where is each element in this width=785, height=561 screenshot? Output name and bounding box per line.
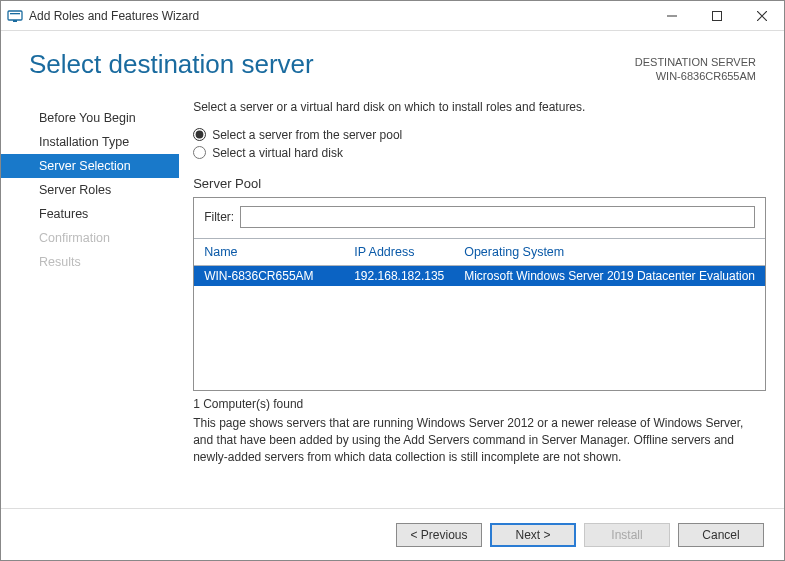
main-panel: Select a server or a virtual hard disk o…	[179, 100, 766, 508]
radio-vhd-label: Select a virtual hard disk	[212, 146, 343, 160]
cell-os: Microsoft Windows Server 2019 Datacenter…	[454, 266, 765, 286]
nav-features[interactable]: Features	[1, 202, 179, 226]
wizard-window: Add Roles and Features Wizard Select des…	[0, 0, 785, 561]
filter-input[interactable]	[240, 206, 755, 228]
page-title: Select destination server	[29, 49, 635, 80]
window-title: Add Roles and Features Wizard	[29, 9, 199, 23]
grid-body[interactable]: WIN-6836CR655AM 192.168.182.135 Microsof…	[194, 266, 765, 390]
target-radio-group: Select a server from the server pool Sel…	[193, 126, 766, 162]
col-header-name[interactable]: Name	[194, 239, 344, 265]
intro-text: Select a server or a virtual hard disk o…	[193, 100, 766, 114]
close-button[interactable]	[739, 1, 784, 30]
wizard-nav: Before You Begin Installation Type Serve…	[1, 100, 179, 508]
svg-rect-0	[8, 11, 22, 20]
filter-row: Filter:	[194, 198, 765, 238]
cell-name: WIN-6836CR655AM	[194, 266, 344, 286]
radio-server-pool-input[interactable]	[193, 128, 206, 141]
footer: < Previous Next > Install Cancel	[1, 508, 784, 560]
destination-label: DESTINATION SERVER	[635, 55, 756, 69]
radio-server-pool[interactable]: Select a server from the server pool	[193, 126, 766, 144]
svg-rect-1	[10, 13, 20, 14]
nav-before-you-begin[interactable]: Before You Begin	[1, 106, 179, 130]
nav-server-roles[interactable]: Server Roles	[1, 178, 179, 202]
grid-header: Name IP Address Operating System	[194, 238, 765, 266]
next-button[interactable]: Next >	[490, 523, 576, 547]
radio-server-pool-label: Select a server from the server pool	[212, 128, 402, 142]
nav-server-selection[interactable]: Server Selection	[1, 154, 179, 178]
col-header-ip[interactable]: IP Address	[344, 239, 454, 265]
computers-found: 1 Computer(s) found	[193, 397, 766, 411]
page-note: This page shows servers that are running…	[193, 415, 766, 467]
cancel-button[interactable]: Cancel	[678, 523, 764, 547]
maximize-button[interactable]	[694, 1, 739, 30]
svg-rect-4	[712, 11, 721, 20]
body: Before You Begin Installation Type Serve…	[1, 94, 784, 508]
radio-vhd-input[interactable]	[193, 146, 206, 159]
svg-rect-2	[13, 20, 17, 22]
install-button: Install	[584, 523, 670, 547]
server-pool-label: Server Pool	[193, 176, 766, 191]
nav-installation-type[interactable]: Installation Type	[1, 130, 179, 154]
svg-rect-3	[667, 15, 677, 16]
table-row[interactable]: WIN-6836CR655AM 192.168.182.135 Microsof…	[194, 266, 765, 286]
cell-ip: 192.168.182.135	[344, 266, 454, 286]
radio-vhd[interactable]: Select a virtual hard disk	[193, 144, 766, 162]
titlebar: Add Roles and Features Wizard	[1, 1, 784, 31]
nav-results: Results	[1, 250, 179, 274]
header: Select destination server DESTINATION SE…	[1, 31, 784, 94]
col-header-os[interactable]: Operating System	[454, 239, 765, 265]
destination-value: WIN-6836CR655AM	[635, 69, 756, 83]
filter-label: Filter:	[204, 210, 234, 224]
nav-confirmation: Confirmation	[1, 226, 179, 250]
previous-button[interactable]: < Previous	[396, 523, 482, 547]
app-icon	[7, 8, 23, 24]
server-pool-box: Filter: Name IP Address Operating System…	[193, 197, 766, 391]
destination-info: DESTINATION SERVER WIN-6836CR655AM	[635, 49, 756, 84]
minimize-button[interactable]	[649, 1, 694, 30]
